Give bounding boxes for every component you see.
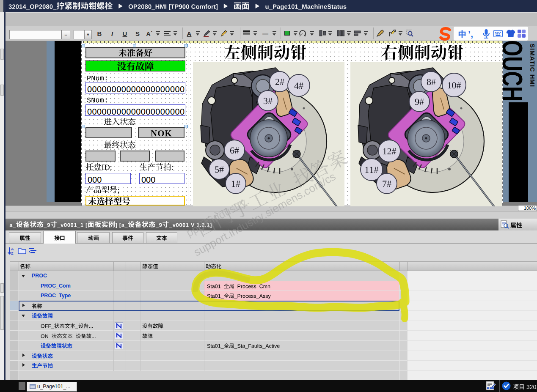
svg-text:Z: Z [11, 251, 14, 255]
svg-text:A: A [11, 247, 14, 251]
